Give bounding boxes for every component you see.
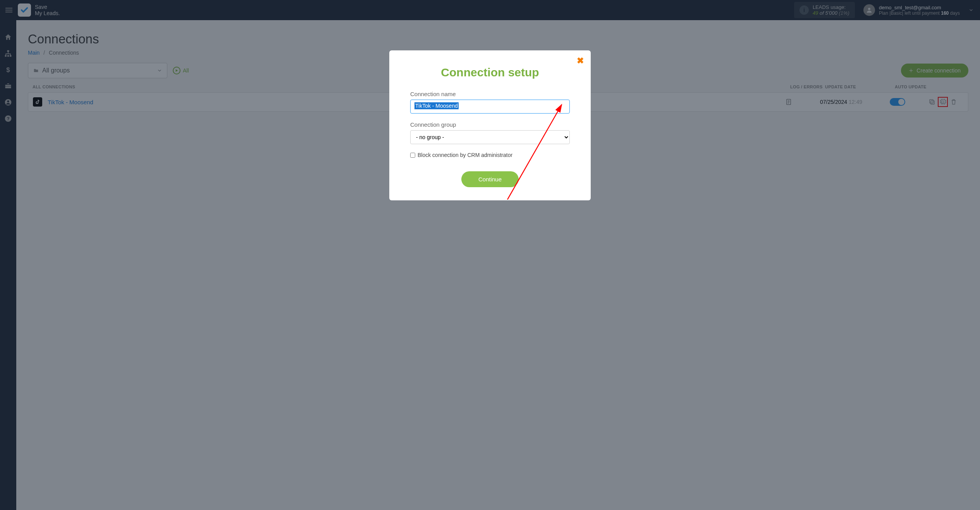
modal-overlay: ✖ Connection setup Connection name TikTo… [0, 0, 980, 123]
connection-name-input[interactable]: TikTok - Moosend [410, 100, 570, 114]
modal-title: Connection setup [410, 66, 570, 79]
connection-setup-modal: ✖ Connection setup Connection name TikTo… [389, 50, 591, 123]
connection-group-label: Connection group [410, 121, 570, 123]
close-icon[interactable]: ✖ [577, 56, 584, 66]
connection-name-label: Connection name [410, 91, 570, 97]
